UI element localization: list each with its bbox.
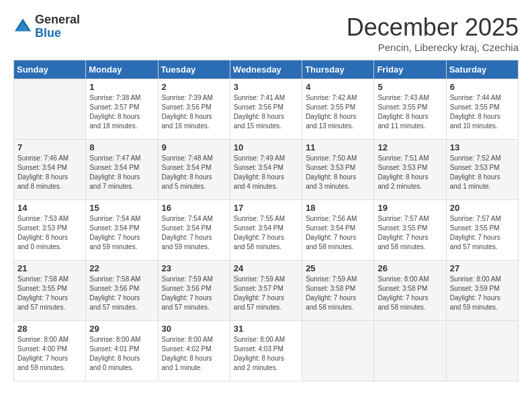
day-number: 22 [89, 263, 154, 273]
calendar-header-row: SundayMondayTuesdayWednesdayThursdayFrid… [14, 60, 519, 79]
calendar-cell: 15Sunrise: 7:54 AM Sunset: 3:54 PM Dayli… [86, 200, 158, 261]
day-number: 14 [17, 203, 82, 213]
day-number: 9 [162, 142, 226, 152]
day-info: Sunrise: 7:53 AM Sunset: 3:53 PM Dayligh… [17, 214, 82, 252]
day-info: Sunrise: 7:42 AM Sunset: 3:55 PM Dayligh… [306, 93, 370, 131]
day-number: 13 [450, 142, 515, 152]
day-number: 6 [450, 82, 515, 92]
weekday-header: Saturday [446, 60, 518, 79]
calendar-cell: 5Sunrise: 7:43 AM Sunset: 3:55 PM Daylig… [374, 79, 446, 140]
calendar-cell: 16Sunrise: 7:54 AM Sunset: 3:54 PM Dayli… [158, 200, 230, 261]
day-number: 5 [378, 82, 442, 92]
calendar-cell: 9Sunrise: 7:48 AM Sunset: 3:54 PM Daylig… [158, 140, 230, 200]
day-number: 17 [234, 203, 298, 213]
calendar-cell: 4Sunrise: 7:42 AM Sunset: 3:55 PM Daylig… [302, 79, 374, 140]
day-info: Sunrise: 7:44 AM Sunset: 3:55 PM Dayligh… [450, 93, 515, 131]
calendar-cell: 28Sunrise: 8:00 AM Sunset: 4:00 PM Dayli… [14, 321, 86, 381]
day-info: Sunrise: 7:52 AM Sunset: 3:53 PM Dayligh… [450, 154, 515, 191]
weekday-header: Wednesday [230, 60, 302, 79]
day-number: 15 [89, 203, 154, 213]
day-info: Sunrise: 8:00 AM Sunset: 4:00 PM Dayligh… [17, 335, 82, 373]
calendar-cell: 13Sunrise: 7:52 AM Sunset: 3:53 PM Dayli… [446, 140, 518, 200]
logo-icon [13, 17, 32, 36]
day-info: Sunrise: 7:54 AM Sunset: 3:54 PM Dayligh… [89, 214, 154, 252]
day-info: Sunrise: 7:58 AM Sunset: 3:55 PM Dayligh… [17, 275, 82, 312]
day-info: Sunrise: 7:38 AM Sunset: 3:57 PM Dayligh… [89, 93, 154, 131]
day-info: Sunrise: 7:49 AM Sunset: 3:54 PM Dayligh… [234, 154, 298, 191]
day-number: 7 [17, 142, 82, 152]
calendar-cell: 26Sunrise: 8:00 AM Sunset: 3:58 PM Dayli… [374, 261, 446, 321]
day-info: Sunrise: 8:00 AM Sunset: 3:59 PM Dayligh… [450, 275, 515, 312]
day-number: 3 [234, 82, 298, 92]
day-number: 27 [450, 263, 515, 273]
calendar-cell: 11Sunrise: 7:50 AM Sunset: 3:53 PM Dayli… [302, 140, 374, 200]
weekday-header: Thursday [302, 60, 374, 79]
day-number: 1 [89, 82, 154, 92]
calendar-cell: 31Sunrise: 8:00 AM Sunset: 4:03 PM Dayli… [230, 321, 302, 381]
calendar-cell: 3Sunrise: 7:41 AM Sunset: 3:56 PM Daylig… [230, 79, 302, 140]
logo-general-text: General [35, 13, 80, 27]
calendar-cell: 6Sunrise: 7:44 AM Sunset: 3:55 PM Daylig… [446, 79, 518, 140]
calendar-cell: 8Sunrise: 7:47 AM Sunset: 3:54 PM Daylig… [86, 140, 158, 200]
calendar-cell: 25Sunrise: 7:59 AM Sunset: 3:58 PM Dayli… [302, 261, 374, 321]
day-info: Sunrise: 7:50 AM Sunset: 3:53 PM Dayligh… [306, 154, 370, 191]
calendar-cell: 22Sunrise: 7:58 AM Sunset: 3:56 PM Dayli… [86, 261, 158, 321]
weekday-header: Sunday [14, 60, 86, 79]
day-info: Sunrise: 7:57 AM Sunset: 3:55 PM Dayligh… [378, 214, 442, 252]
day-number: 18 [306, 203, 370, 213]
day-info: Sunrise: 8:00 AM Sunset: 3:58 PM Dayligh… [378, 275, 442, 312]
calendar-cell: 10Sunrise: 7:49 AM Sunset: 3:54 PM Dayli… [230, 140, 302, 200]
day-number: 4 [306, 82, 370, 92]
day-info: Sunrise: 8:00 AM Sunset: 4:03 PM Dayligh… [234, 335, 298, 373]
calendar-cell [302, 321, 374, 381]
calendar-cell [374, 321, 446, 381]
calendar-cell: 7Sunrise: 7:46 AM Sunset: 3:54 PM Daylig… [14, 140, 86, 200]
logo: General Blue [13, 13, 80, 40]
title-block: December 2025 Pencin, Liberecky kraj, Cz… [347, 13, 519, 53]
calendar-cell: 1Sunrise: 7:38 AM Sunset: 3:57 PM Daylig… [86, 79, 158, 140]
calendar-cell: 12Sunrise: 7:51 AM Sunset: 3:53 PM Dayli… [374, 140, 446, 200]
calendar-week-row: 21Sunrise: 7:58 AM Sunset: 3:55 PM Dayli… [14, 261, 519, 321]
day-info: Sunrise: 8:00 AM Sunset: 4:02 PM Dayligh… [162, 335, 226, 373]
calendar-cell: 18Sunrise: 7:56 AM Sunset: 3:54 PM Dayli… [302, 200, 374, 261]
calendar-cell: 21Sunrise: 7:58 AM Sunset: 3:55 PM Dayli… [14, 261, 86, 321]
page-header: General Blue December 2025 Pencin, Liber… [13, 13, 519, 53]
day-number: 24 [234, 263, 298, 273]
calendar-cell [446, 321, 518, 381]
day-number: 21 [17, 263, 82, 273]
calendar-week-row: 28Sunrise: 8:00 AM Sunset: 4:00 PM Dayli… [14, 321, 519, 381]
day-info: Sunrise: 7:43 AM Sunset: 3:55 PM Dayligh… [378, 93, 442, 131]
day-info: Sunrise: 7:47 AM Sunset: 3:54 PM Dayligh… [89, 154, 154, 191]
weekday-header: Tuesday [158, 60, 230, 79]
calendar-table: SundayMondayTuesdayWednesdayThursdayFrid… [13, 60, 519, 381]
day-info: Sunrise: 7:54 AM Sunset: 3:54 PM Dayligh… [162, 214, 226, 252]
day-number: 16 [162, 203, 226, 213]
calendar-cell: 17Sunrise: 7:55 AM Sunset: 3:54 PM Dayli… [230, 200, 302, 261]
calendar-cell: 20Sunrise: 7:57 AM Sunset: 3:55 PM Dayli… [446, 200, 518, 261]
day-number: 31 [234, 324, 298, 334]
day-info: Sunrise: 7:48 AM Sunset: 3:54 PM Dayligh… [162, 154, 226, 191]
day-info: Sunrise: 7:46 AM Sunset: 3:54 PM Dayligh… [17, 154, 82, 191]
day-number: 8 [89, 142, 154, 152]
calendar-cell [14, 79, 86, 140]
weekday-header: Monday [86, 60, 158, 79]
day-info: Sunrise: 7:56 AM Sunset: 3:54 PM Dayligh… [306, 214, 370, 252]
day-number: 23 [162, 263, 226, 273]
day-number: 28 [17, 324, 82, 334]
day-info: Sunrise: 7:55 AM Sunset: 3:54 PM Dayligh… [234, 214, 298, 252]
calendar-cell: 14Sunrise: 7:53 AM Sunset: 3:53 PM Dayli… [14, 200, 86, 261]
day-info: Sunrise: 7:59 AM Sunset: 3:58 PM Dayligh… [306, 275, 370, 312]
day-number: 12 [378, 142, 442, 152]
day-info: Sunrise: 7:58 AM Sunset: 3:56 PM Dayligh… [89, 275, 154, 312]
day-number: 25 [306, 263, 370, 273]
calendar-cell: 2Sunrise: 7:39 AM Sunset: 3:56 PM Daylig… [158, 79, 230, 140]
day-info: Sunrise: 7:41 AM Sunset: 3:56 PM Dayligh… [234, 93, 298, 131]
day-number: 19 [378, 203, 442, 213]
calendar-cell: 24Sunrise: 7:59 AM Sunset: 3:57 PM Dayli… [230, 261, 302, 321]
day-info: Sunrise: 7:39 AM Sunset: 3:56 PM Dayligh… [162, 93, 226, 131]
calendar-week-row: 14Sunrise: 7:53 AM Sunset: 3:53 PM Dayli… [14, 200, 519, 261]
weekday-header: Friday [374, 60, 446, 79]
day-number: 11 [306, 142, 370, 152]
day-number: 10 [234, 142, 298, 152]
day-info: Sunrise: 7:59 AM Sunset: 3:57 PM Dayligh… [234, 275, 298, 312]
